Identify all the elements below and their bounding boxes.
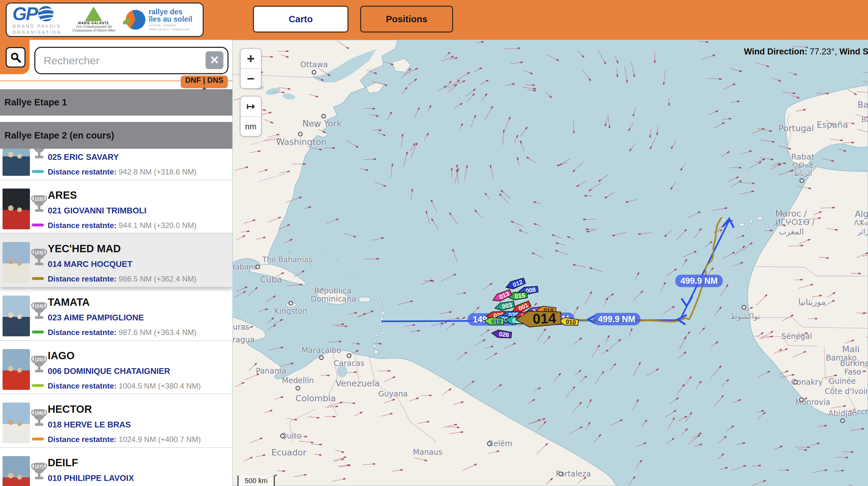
boat-distance: Distance restatnte: 1024.9 NM (+400.7 NM… xyxy=(48,435,201,444)
gpo-globe-icon xyxy=(37,5,54,22)
map-place-label: Dominicana xyxy=(311,294,356,304)
trophy-icon: (22) xyxy=(31,194,47,216)
city-marker-icon xyxy=(793,380,798,385)
map-place-label: موريتانيا xyxy=(798,297,826,307)
search-button[interactable] xyxy=(6,47,26,67)
gpo-acronym: GP xyxy=(12,4,37,23)
map-place-label: Algér xyxy=(855,209,868,219)
city-marker-icon xyxy=(319,355,324,360)
route-lines-layer xyxy=(232,40,868,486)
map-place-label: Burkina xyxy=(840,359,868,368)
map-place-label: ⵔⴱⴰⵟ xyxy=(792,161,814,169)
boat-list-item[interactable]: (22) ARES 021 GIOVANNI TRIMBOLI Distance… xyxy=(0,180,232,234)
map-place-label: ⴷⵣⴰⵢⵔ xyxy=(854,219,868,227)
boat-list-item[interactable]: (23) YEC'HED MAD 014 MARC HOCQUET Distan… xyxy=(0,234,232,287)
tab-carto[interactable]: Carto xyxy=(253,6,348,32)
svg-text:026: 026 xyxy=(499,331,509,338)
crew-photo xyxy=(3,349,30,390)
boat-skipper: 025 ERIC SAVARY xyxy=(48,152,119,162)
map-place-label: Cuba xyxy=(260,275,282,284)
measure-tool-button[interactable]: ↦ xyxy=(241,96,261,116)
marie-galante-sub2: Communes d'Outre-Mer xyxy=(72,29,115,32)
map-place-label: República xyxy=(314,286,351,295)
map-place-label: Panamá xyxy=(256,367,286,375)
map-place-label: Mali xyxy=(842,344,860,354)
wind-speed-label: Wind Spee xyxy=(839,47,868,56)
boat-list-item[interactable]: (26) HECTOR 018 HERVE LE BRAS Distance r… xyxy=(0,394,232,448)
rallye-line2: îles au soleil xyxy=(149,16,192,23)
svg-text:014: 014 xyxy=(532,310,557,327)
track-color-swatch xyxy=(32,384,44,387)
city-marker-icon xyxy=(298,132,303,137)
boat-skipper: 023 AIME PAMPIGLIONE xyxy=(48,313,144,323)
boat-list-item[interactable]: (25) IAGO 006 DOMINIQUE CHATAIGNIER Dist… xyxy=(0,341,232,394)
boat-distance: Distance restatnte: 942.8 NM (+318.6 NM) xyxy=(48,168,197,176)
map-place-label: Venezuela xyxy=(336,378,380,388)
city-marker-icon xyxy=(799,397,804,402)
svg-text:(24): (24) xyxy=(35,303,43,309)
dnf-dns-button[interactable]: DNF | DNS + xyxy=(181,76,228,88)
boat-list-item[interactable]: (24) TAMATA 023 AIME PAMPIGLIONE Distanc… xyxy=(0,287,232,341)
boat-distance: Distance restatnte: 987.6 NM (+363.4 NM) xyxy=(48,328,197,337)
boat-distance: Distance restatnte: 1004.5 NM (+380.4 NM… xyxy=(48,381,201,391)
map-place-label: المغرب xyxy=(779,227,804,236)
boat-marker-014[interactable]: 014 xyxy=(514,308,562,331)
track-color-swatch xyxy=(32,170,44,173)
rally-tracker-app: GP GRAND PAVOIS ORGANISATION MARIE-GALAN… xyxy=(0,0,868,486)
map-place-label: España xyxy=(817,120,848,130)
boat-marker-026[interactable]: 026 xyxy=(490,328,512,342)
track-color-swatch xyxy=(32,331,44,334)
map-place-label: الجزائر xyxy=(858,228,868,236)
crew-photo xyxy=(3,242,30,283)
map-scale: 500 km xyxy=(237,476,275,486)
units-button[interactable]: nm xyxy=(241,116,261,136)
distance-pill: 499.9 NM xyxy=(675,275,722,287)
search-clear-button[interactable]: ✕ xyxy=(206,51,223,69)
boat-list-item[interactable]: (27) DEILF 010 PHILIPPE LAVOIX xyxy=(0,448,232,486)
map-place-label: Washington xyxy=(276,137,327,147)
boat-skipper: 010 PHILIPPE LAVOIX xyxy=(48,473,134,483)
wind-direction-value: 77.23°, xyxy=(807,47,839,56)
zoom-out-button[interactable]: − xyxy=(241,68,261,88)
map-place-label: Bar xyxy=(858,100,868,110)
boat-skipper: 006 DOMINIQUE CHATAIGNIER xyxy=(48,366,170,376)
trophy-icon: (25) xyxy=(31,355,47,376)
search-icon xyxy=(10,52,21,63)
city-marker-icon xyxy=(321,114,326,119)
map-place-label: New York xyxy=(302,118,342,128)
map-place-label: Accra xyxy=(852,407,868,416)
city-marker-icon xyxy=(255,265,260,269)
section-etape-1[interactable]: Rallye Etape 1 xyxy=(0,89,232,116)
search-input[interactable] xyxy=(34,47,228,74)
trophy-icon: (27) xyxy=(31,462,47,483)
svg-text:(25): (25) xyxy=(35,357,43,362)
svg-text:019: 019 xyxy=(491,318,501,325)
distance-pill: 499.9 NM xyxy=(593,313,640,325)
city-marker-icon xyxy=(558,472,563,477)
boat-name: ARES xyxy=(48,189,77,201)
map-place-label: Ottawa xyxy=(300,60,328,69)
tab-positions[interactable]: Positions xyxy=(360,6,453,32)
city-marker-icon xyxy=(347,353,351,358)
boat-marker-019[interactable]: 019 xyxy=(483,316,504,328)
city-marker-icon xyxy=(288,301,293,306)
city-marker-icon xyxy=(296,386,300,391)
city-marker-icon xyxy=(280,434,285,438)
map-canvas[interactable]: 1492.6 NM499.9 NM499.9 NM499.9 NM 012 00… xyxy=(232,40,868,486)
map-place-label: duras xyxy=(232,323,249,332)
city-marker-icon xyxy=(742,305,746,310)
map-place-label: Sénégal xyxy=(781,332,812,341)
city-marker-icon xyxy=(840,419,845,423)
zoom-in-button[interactable]: + xyxy=(241,49,261,68)
map-place-label: Medellín xyxy=(282,376,314,385)
marie-galante-triangle-icon xyxy=(85,7,102,21)
map-place-label: Guinée xyxy=(829,377,856,386)
map-place-label: Ba xyxy=(861,115,868,123)
boat-skipper: 014 MARC HOCQUET xyxy=(48,259,132,269)
section-etape-2[interactable]: Rallye Etape 2 (en cours) xyxy=(0,122,232,149)
boat-name: YEC'HED MAD xyxy=(48,243,121,255)
boat-name: HECTOR xyxy=(48,403,92,415)
trophy-icon: (23) xyxy=(31,248,47,269)
map-place-label: Habana xyxy=(232,263,258,271)
map-place-label: Caracas xyxy=(334,359,364,368)
